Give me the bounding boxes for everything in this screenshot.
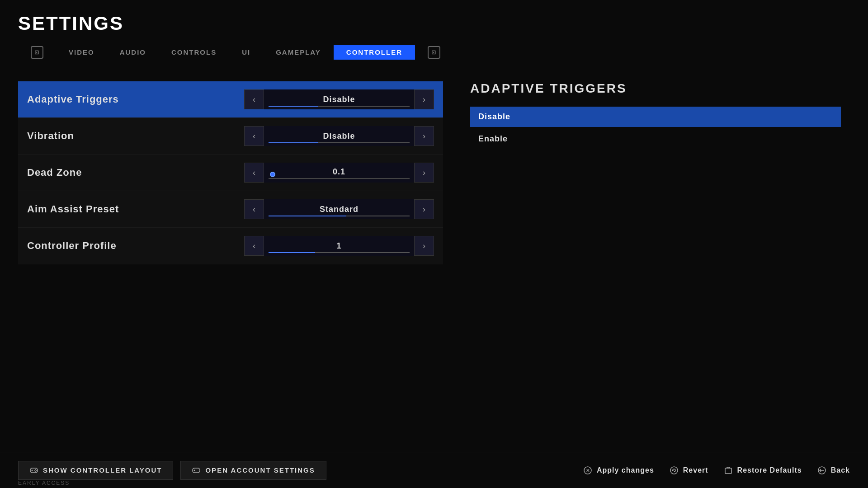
svg-rect-6 xyxy=(193,468,200,473)
svg-rect-12 xyxy=(725,468,731,474)
restore-defaults-icon xyxy=(723,465,734,476)
controller-layout-icon xyxy=(29,466,38,475)
value-text-adaptive-triggers: Disable xyxy=(323,95,355,104)
next-arrow-aim-assist-preset[interactable]: › xyxy=(414,199,434,219)
tab-controls[interactable]: CONTROLS xyxy=(159,45,229,60)
underline-fill-controller-profile xyxy=(269,252,315,253)
tab-audio[interactable]: AUDIO xyxy=(107,45,159,60)
revert-icon xyxy=(669,465,679,476)
setting-row-aim-assist-preset[interactable]: Aim Assist Preset ‹ Standard › xyxy=(18,191,443,228)
apply-changes-button[interactable]: ✕ Apply changes xyxy=(582,465,654,476)
svg-point-7 xyxy=(194,469,195,471)
slider-container-dead-zone: 0.1 xyxy=(264,163,414,183)
back-label: Back xyxy=(831,466,850,474)
open-account-settings-button[interactable]: OPEN ACCOUNT SETTINGS xyxy=(180,461,326,480)
apply-changes-icon: ✕ xyxy=(582,465,593,476)
tab-gamepad-icon[interactable]: ⊡ xyxy=(18,42,56,62)
tab-gameplay[interactable]: GAMEPLAY xyxy=(263,45,334,60)
slider-track-dead-zone[interactable] xyxy=(269,178,410,179)
svg-point-10 xyxy=(670,467,678,474)
svg-marker-11 xyxy=(672,469,674,471)
setting-label-vibration: Vibration xyxy=(27,130,244,142)
setting-row-controller-profile[interactable]: Controller Profile ‹ 1 › xyxy=(18,228,443,264)
bottom-right: ✕ Apply changes Revert Re xyxy=(582,465,850,476)
setting-label-controller-profile: Controller Profile xyxy=(27,240,244,252)
prev-arrow-controller-profile[interactable]: ‹ xyxy=(244,236,264,256)
panel-title: ADAPTIVE TRIGGERS xyxy=(470,81,841,96)
svg-point-5 xyxy=(36,470,37,471)
underline-fill-adaptive-triggers xyxy=(269,106,318,107)
prev-arrow-aim-assist-preset[interactable]: ‹ xyxy=(244,199,264,219)
tab-ui[interactable]: UI xyxy=(229,45,263,60)
setting-row-vibration[interactable]: Vibration ‹ Disable › xyxy=(18,118,443,155)
account-settings-icon xyxy=(192,466,201,475)
svg-point-4 xyxy=(34,470,35,471)
setting-control-vibration: ‹ Disable › xyxy=(244,126,434,146)
back-button[interactable]: Back xyxy=(816,465,850,476)
setting-row-dead-zone[interactable]: Dead Zone ‹ 0.1 › xyxy=(18,155,443,191)
slider-thumb-dead-zone[interactable] xyxy=(270,172,275,177)
tab-controller[interactable]: CONTROLLER xyxy=(334,45,415,60)
svg-text:✕: ✕ xyxy=(585,468,590,473)
value-container-aim-assist-preset: Standard xyxy=(264,199,414,219)
value-container-adaptive-triggers: Disable xyxy=(264,89,414,109)
underline-vibration xyxy=(269,142,410,143)
bottom-bar: SHOW CONTROLLER LAYOUT OPEN ACCOUNT SETT… xyxy=(0,452,868,488)
option-disable[interactable]: Disable xyxy=(470,107,841,127)
tab-badge[interactable]: ⊡ xyxy=(415,42,453,62)
next-arrow-controller-profile[interactable]: › xyxy=(414,236,434,256)
settings-panel: Adaptive Triggers ‹ Disable › Vibration … xyxy=(18,81,443,264)
slider-value-dead-zone: 0.1 xyxy=(333,167,345,177)
svg-point-1 xyxy=(32,469,33,471)
page-title: SETTINGS xyxy=(0,0,868,42)
early-access-label: EARLY ACCESS xyxy=(18,480,70,486)
setting-label-dead-zone: Dead Zone xyxy=(27,167,244,178)
apply-changes-label: Apply changes xyxy=(597,466,654,474)
value-container-controller-profile: 1 xyxy=(264,236,414,256)
show-controller-layout-button[interactable]: SHOW CONTROLLER LAYOUT xyxy=(18,461,173,480)
revert-label: Revert xyxy=(683,466,708,474)
revert-button[interactable]: Revert xyxy=(669,465,708,476)
value-text-controller-profile: 1 xyxy=(336,241,341,251)
svg-point-3 xyxy=(35,471,36,472)
main-layout: Adaptive Triggers ‹ Disable › Vibration … xyxy=(0,63,868,264)
setting-label-adaptive-triggers: Adaptive Triggers xyxy=(27,94,244,105)
underline-adaptive-triggers xyxy=(269,106,410,107)
prev-arrow-vibration[interactable]: ‹ xyxy=(244,126,264,146)
option-enable[interactable]: Enable xyxy=(470,129,841,149)
svg-point-2 xyxy=(35,469,36,470)
setting-control-controller-profile: ‹ 1 › xyxy=(244,236,434,256)
tab-video[interactable]: VIDEO xyxy=(56,45,107,60)
underline-fill-vibration xyxy=(269,142,318,143)
underline-controller-profile xyxy=(269,252,410,253)
nav-tabs: ⊡ VIDEO AUDIO CONTROLS UI GAMEPLAY CONTR… xyxy=(0,42,868,63)
value-text-vibration: Disable xyxy=(323,131,355,141)
open-account-settings-label: OPEN ACCOUNT SETTINGS xyxy=(205,466,315,474)
underline-fill-aim-assist-preset xyxy=(269,216,346,216)
back-icon xyxy=(816,465,827,476)
setting-label-aim-assist-preset: Aim Assist Preset xyxy=(27,203,244,215)
show-controller-layout-label: SHOW CONTROLLER LAYOUT xyxy=(43,466,162,474)
prev-arrow-dead-zone[interactable]: ‹ xyxy=(244,163,264,183)
setting-control-aim-assist-preset: ‹ Standard › xyxy=(244,199,434,219)
underline-aim-assist-preset xyxy=(269,216,410,216)
value-text-aim-assist-preset: Standard xyxy=(320,205,359,214)
value-container-vibration: Disable xyxy=(264,126,414,146)
setting-control-dead-zone: ‹ 0.1 › xyxy=(244,163,434,183)
prev-arrow-adaptive-triggers[interactable]: ‹ xyxy=(244,89,264,109)
next-arrow-vibration[interactable]: › xyxy=(414,126,434,146)
setting-control-adaptive-triggers: ‹ Disable › xyxy=(244,89,434,109)
right-panel: ADAPTIVE TRIGGERS Disable Enable xyxy=(461,81,850,264)
next-arrow-adaptive-triggers[interactable]: › xyxy=(414,89,434,109)
next-arrow-dead-zone[interactable]: › xyxy=(414,163,434,183)
restore-defaults-button[interactable]: Restore Defaults xyxy=(723,465,802,476)
restore-defaults-label: Restore Defaults xyxy=(737,466,802,474)
bottom-left: SHOW CONTROLLER LAYOUT OPEN ACCOUNT SETT… xyxy=(18,461,582,480)
setting-row-adaptive-triggers[interactable]: Adaptive Triggers ‹ Disable › xyxy=(18,81,443,118)
